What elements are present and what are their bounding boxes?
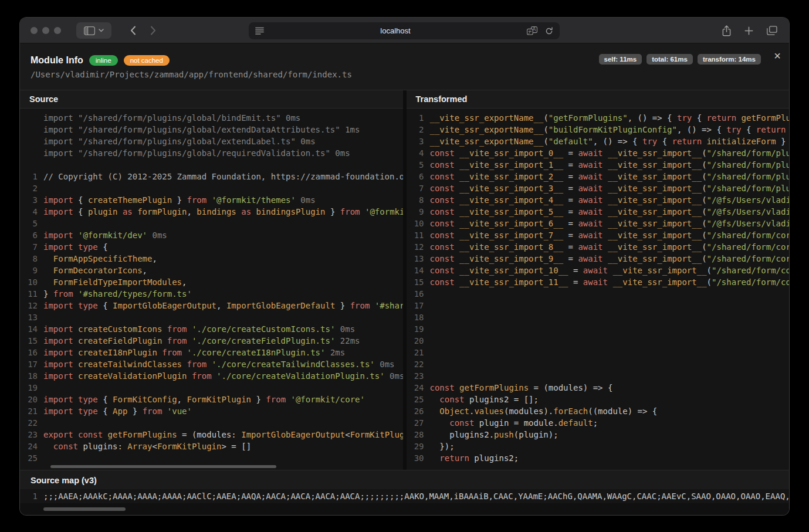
tabs-overview-icon: [767, 26, 777, 35]
line-number: 13: [20, 311, 38, 323]
code-line: 24 const plugins: Array<FormKitPlugin> =…: [20, 440, 403, 452]
line-number: 25: [20, 452, 38, 464]
code-line: 11const __vite_ssr_import_7__ = await __…: [407, 229, 790, 241]
source-code-area: import "/shared/form/plugins/global/bind…: [20, 109, 403, 470]
line-number: [20, 147, 38, 159]
chevron-right-icon: [150, 26, 156, 35]
line-number: 23: [407, 370, 424, 382]
transformed-panel-title: Transformed: [407, 90, 790, 109]
page-header: Module Info inline not cached self: 11ms…: [20, 43, 789, 79]
forward-button[interactable]: [144, 22, 162, 39]
line-number: 5: [407, 159, 424, 171]
badge-inline: inline: [89, 55, 118, 66]
share-button[interactable]: [722, 25, 731, 36]
new-tab-button[interactable]: [744, 26, 753, 35]
code-line: 18: [407, 311, 790, 323]
code-line: 15import createFieldPlugin from './core/…: [20, 335, 403, 347]
transformed-panel: Transformed 1__vite_ssr_exportName__("ge…: [403, 90, 790, 470]
line-number: 30: [407, 452, 424, 464]
line-number: 3: [20, 194, 38, 206]
translate-icon[interactable]: A: [527, 26, 537, 35]
code-line: 24const getFormPlugins = (modules) => {: [407, 382, 790, 394]
code-line: 5: [20, 218, 403, 229]
line-number: 27: [407, 417, 424, 429]
code-line: 26 Object.values(modules).forEach((modul…: [407, 405, 790, 417]
url-text: localhost: [264, 26, 527, 35]
line-number: 1: [20, 490, 38, 502]
zoom-window-button[interactable]: [54, 27, 61, 34]
browser-window: localhost A: [20, 18, 789, 515]
sourcemap-code: 1;;;AAEA;AAAkC;AAAA;AAAA;AAAA;AAClC;AAEA…: [20, 489, 789, 503]
close-window-button[interactable]: [31, 27, 38, 34]
line-number: 24: [407, 382, 424, 394]
line-number: [20, 124, 38, 135]
code-line: 14import createCustomIcons from './core/…: [20, 323, 403, 335]
code-line: import "/shared/form/plugins/global/exte…: [20, 124, 403, 135]
timing-stats: self: 11ms total: 61ms transform: 14ms: [599, 54, 761, 65]
browser-titlebar: localhost A: [20, 18, 789, 43]
transformed-code-area: 1__vite_ssr_exportName__("getFormPlugins…: [407, 109, 790, 470]
code-line: 2: [20, 182, 403, 194]
code-line: 10const __vite_ssr_import_6__ = await __…: [407, 218, 790, 229]
code-line: 25 const plugins2 = [];: [407, 394, 790, 405]
bottom-scroll-area: [20, 503, 789, 515]
minimize-window-button[interactable]: [42, 27, 49, 34]
source-horizontal-scrollbar[interactable]: [50, 465, 276, 468]
window-controls: [31, 27, 61, 34]
code-line: 7const __vite_ssr_import_3__ = await __v…: [407, 182, 790, 194]
code-line: 14const __vite_ssr_import_10__ = await _…: [407, 265, 790, 276]
sidebar-toggle-button[interactable]: [76, 22, 111, 39]
line-number: 4: [407, 147, 424, 159]
line-number: 18: [20, 370, 38, 382]
code-line: 11} from '#shared/types/form.ts': [20, 288, 403, 300]
badge-not-cached: not cached: [124, 55, 170, 66]
code-line: 4import { plugin as formPlugin, bindings…: [20, 206, 403, 218]
line-number: 2: [20, 182, 38, 194]
reload-icon[interactable]: [545, 27, 553, 35]
share-icon: [722, 25, 731, 36]
code-line: 15const __vite_ssr_import_11__ = await _…: [407, 276, 790, 288]
stat-self: self: 11ms: [599, 54, 642, 65]
file-path: /Users/vladimir/Projects/zammad/app/fron…: [31, 70, 778, 79]
code-line: 20: [407, 335, 790, 347]
source-pre-imports: import "/shared/form/plugins/global/bind…: [20, 112, 403, 171]
line-number: 25: [407, 394, 424, 405]
line-number: 14: [407, 265, 424, 276]
line-number: 9: [407, 206, 424, 218]
address-bar[interactable]: localhost A: [249, 22, 560, 39]
close-button[interactable]: ×: [774, 50, 781, 62]
line-number: 8: [407, 194, 424, 206]
sourcemap-horizontal-scrollbar[interactable]: [43, 507, 126, 511]
code-line: 21: [407, 347, 790, 358]
line-number: 10: [407, 218, 424, 229]
source-panel-title: Source: [20, 90, 403, 109]
line-number: 1: [407, 112, 424, 124]
code-line: 18import createValidationPlugin from './…: [20, 370, 403, 382]
code-line: import "/shared/form/plugins/global/exte…: [20, 135, 403, 147]
code-line: 5const __vite_ssr_import_1__ = await __v…: [407, 159, 790, 171]
line-number: 15: [407, 276, 424, 288]
code-line: 10 FormFieldTypeImportModules,: [20, 276, 403, 288]
sidebar-icon: [84, 26, 95, 35]
stat-total: total: 61ms: [646, 54, 693, 65]
sourcemap-title: Source map (v3): [20, 470, 789, 489]
line-number: 13: [407, 253, 424, 265]
code-line: 13const __vite_ssr_import_9__ = await __…: [407, 253, 790, 265]
line-number: 12: [20, 300, 38, 311]
reader-icon[interactable]: [255, 27, 264, 35]
code-line: 27 const plugin = module.default;: [407, 417, 790, 429]
code-line: 8const __vite_ssr_import_4__ = await __v…: [407, 194, 790, 206]
tabs-overview-button[interactable]: [767, 26, 777, 35]
line-number: 17: [407, 300, 424, 311]
line-number: 22: [20, 417, 38, 429]
titlebar-right-actions: [722, 22, 777, 39]
code-line: 1__vite_ssr_exportName__("getFormPlugins…: [407, 112, 790, 124]
line-number: 23: [20, 429, 38, 440]
page-title: Module Info: [31, 55, 83, 66]
code-line: 3import { createThemePlugin } from '@for…: [20, 194, 403, 206]
transformed-code: 1__vite_ssr_exportName__("getFormPlugins…: [407, 112, 790, 464]
code-line: 6import '@formkit/dev' 0ms: [20, 229, 403, 241]
back-button[interactable]: [124, 22, 142, 39]
code-line: 22: [407, 358, 790, 370]
code-line: 19: [407, 323, 790, 335]
